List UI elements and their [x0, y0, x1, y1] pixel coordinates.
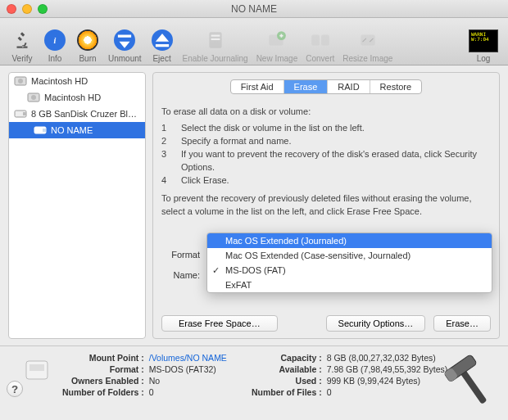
info-tool[interactable]: i Info [39, 28, 70, 63]
unmount-tool[interactable]: Unmount [105, 28, 145, 63]
tool-label: Resize Image [342, 54, 392, 63]
verify-tool[interactable]: Verify [7, 28, 38, 63]
instructions-text: To erase all data on a disk or volume: 1… [161, 101, 491, 222]
tab-first-aid[interactable]: First Aid [231, 80, 284, 93]
dropdown-item[interactable]: Mac OS Extended (Case-sensitive, Journal… [207, 248, 492, 263]
svg-rect-5 [311, 35, 320, 46]
svg-rect-7 [361, 35, 374, 46]
convert-icon [308, 28, 333, 52]
resize-image-tool[interactable]: Resize Image [339, 28, 396, 63]
tool-label: Log [477, 54, 491, 63]
mount-point-link[interactable]: /Volumes/NO NAME [149, 353, 227, 363]
titlebar: NO NAME [0, 0, 508, 18]
svg-rect-1 [211, 35, 220, 37]
journal-icon [203, 28, 228, 52]
checkmark-icon: ✓ [212, 265, 220, 276]
log-tool[interactable]: WARNI W:7:04 Log [465, 29, 501, 63]
svg-rect-17 [29, 364, 44, 371]
security-options-button[interactable]: Security Options… [326, 315, 426, 332]
sidebar-item-label: 8 GB SanDisk Cruzer Bl… [31, 109, 137, 119]
tab-raid[interactable]: RAID [328, 80, 370, 93]
external-disk-icon [34, 124, 47, 136]
unmount-icon [112, 28, 137, 52]
name-label: Name: [161, 270, 206, 280]
footer-right-column: Capacity :8 GB (8,00,27,32,032 Bytes) Av… [252, 353, 447, 397]
main-panel: First Aid Erase RAID Restore To erase al… [152, 72, 500, 339]
dropdown-item[interactable]: ExFAT [207, 278, 492, 292]
tool-label: New Image [256, 54, 298, 63]
sidebar-item-label: Macintosh HD [31, 76, 88, 86]
svg-rect-15 [43, 129, 46, 132]
dropdown-item[interactable]: ✓ MS-DOS (FAT) [207, 263, 492, 278]
new-image-tool[interactable]: New Image [253, 28, 302, 63]
tool-label: Info [48, 54, 62, 63]
enable-journaling-tool[interactable]: Enable Journaling [179, 28, 252, 63]
footer-info: Mount Point :/Volumes/NO NAME Format :MS… [0, 345, 508, 404]
resize-icon [356, 28, 380, 52]
tool-label: Eject [152, 54, 170, 63]
info-icon: i [43, 28, 67, 52]
convert-tool[interactable]: Convert [302, 28, 338, 63]
tool-label: Verify [11, 54, 32, 63]
dropdown-item[interactable]: Mac OS Extended (Journaled) [207, 233, 492, 248]
sidebar-item-label: Macintosh HD [44, 93, 101, 102]
internal-disk-icon [27, 92, 40, 103]
tool-label: Enable Journaling [183, 54, 248, 63]
external-disk-icon [25, 356, 49, 386]
tab-erase[interactable]: Erase [284, 80, 329, 93]
sidebar-item-macintosh-hd-volume[interactable]: Macintosh HD [9, 89, 145, 106]
tool-label: Convert [306, 54, 334, 63]
format-dropdown[interactable]: Mac OS Extended (Journaled) Mac OS Exten… [206, 233, 492, 293]
eject-tool[interactable]: Eject [147, 28, 178, 63]
log-icon: WARNI W:7:04 [469, 29, 498, 52]
erase-free-space-button[interactable]: Erase Free Space… [161, 315, 278, 332]
svg-rect-6 [321, 35, 329, 46]
prevent-recovery-text: To prevent the recovery of previously de… [161, 192, 491, 219]
disk-list[interactable]: Macintosh HD Macintosh HD 8 GB SanDisk C… [8, 72, 146, 339]
erase-button[interactable]: Erase… [433, 315, 491, 332]
sidebar-item-macintosh-hd-disk[interactable]: Macintosh HD [9, 73, 145, 89]
burn-tool[interactable]: Burn [72, 28, 103, 63]
tab-restore[interactable]: Restore [370, 80, 422, 93]
microscope-icon [10, 28, 34, 52]
new-image-icon [265, 28, 289, 52]
burn-icon [75, 28, 100, 52]
svg-rect-2 [211, 38, 220, 40]
intro-text: To erase all data on a disk or volume: [161, 106, 491, 119]
sidebar-item-sandisk-disk[interactable]: 8 GB SanDisk Cruzer Bl… [9, 106, 145, 122]
tab-bar: First Aid Erase RAID Restore [161, 79, 491, 94]
sidebar-item-no-name-volume[interactable]: NO NAME [9, 122, 145, 138]
external-disk-icon [14, 108, 27, 120]
svg-point-11 [31, 95, 36, 100]
window-title: NO NAME [0, 3, 508, 15]
sidebar-item-label: NO NAME [51, 125, 93, 135]
footer-left-column: Mount Point :/Volumes/NO NAME Format :MS… [62, 353, 227, 397]
svg-point-9 [18, 79, 23, 84]
svg-rect-13 [23, 112, 26, 115]
format-label: Format [161, 250, 206, 260]
eject-icon [150, 28, 175, 52]
internal-disk-icon [14, 75, 27, 87]
help-button[interactable]: ? [7, 381, 23, 397]
tool-label: Burn [79, 54, 96, 63]
tool-label: Unmount [108, 54, 142, 63]
toolbar: Verify i Info Burn Unmount Eject E [0, 18, 508, 65]
